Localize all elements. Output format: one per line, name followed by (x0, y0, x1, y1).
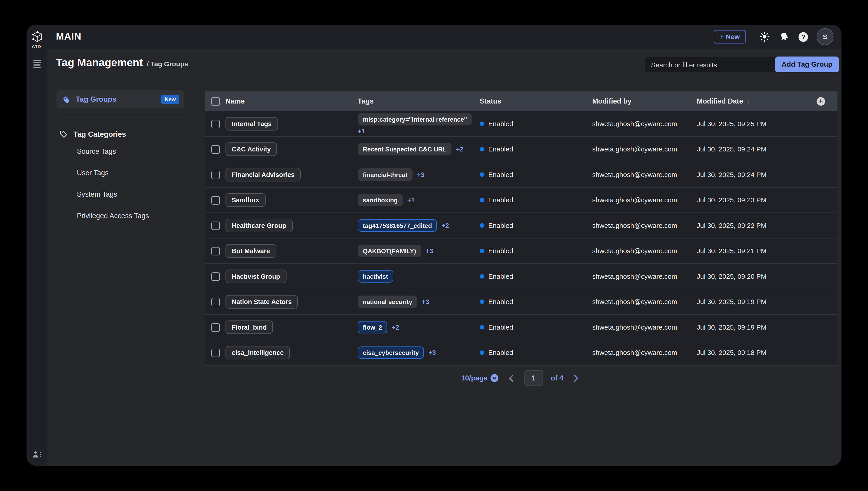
tag-chip[interactable]: national security (358, 296, 418, 308)
search-input[interactable] (650, 60, 775, 69)
breadcrumb: / Tag Groups (147, 60, 188, 68)
tag-extra-count[interactable]: +3 (426, 248, 433, 254)
add-column-icon[interactable]: + (817, 97, 825, 106)
status-label: Enabled (488, 247, 513, 255)
row-checkbox[interactable] (211, 247, 220, 255)
table-header: Name Tags Status Modified by Modified Da… (205, 91, 838, 111)
status-label: Enabled (488, 298, 513, 306)
ctix-logo-icon[interactable] (31, 30, 43, 43)
tag-extra-count[interactable]: +2 (392, 324, 399, 331)
sidebar-section-label: Tag Categories (73, 130, 126, 139)
tag-extra-count[interactable]: +3 (428, 349, 436, 356)
table-row[interactable]: Hactivist Group hactivist Enabled shweta… (205, 264, 838, 290)
tag-extra-count[interactable]: +3 (417, 171, 424, 178)
table-row[interactable]: Bot Malware QAKBOT(FAMILY) +3 Enabled sh… (205, 238, 838, 264)
sidebar-item-source-tags[interactable]: Source Tags (77, 141, 184, 162)
status-dot (480, 274, 484, 279)
tag-chip[interactable]: QAKBOT(FAMILY) (358, 245, 421, 257)
tag-chip[interactable]: financial-threat (358, 168, 413, 181)
row-checkbox[interactable] (211, 120, 220, 128)
modified-date: Jul 30, 2025, 09:24 PM (697, 171, 803, 179)
previous-page-icon[interactable] (506, 373, 516, 383)
table-row[interactable]: Financial Advisories financial-threat +3… (205, 162, 838, 188)
table-body: Internal Tags misp:category="Internal re… (205, 111, 838, 366)
sort-descending-icon[interactable]: ↓ (746, 97, 750, 105)
column-header-modified-date-label: Modified Date (697, 97, 743, 105)
per-page-select[interactable]: 10/page (461, 374, 498, 382)
modified-by: shweta.ghosh@cyware.com (592, 247, 697, 255)
status-label: Enabled (488, 323, 513, 331)
tag-extra-count[interactable]: +2 (456, 146, 463, 152)
modified-date: Jul 30, 2025, 09:23 PM (697, 196, 803, 204)
tag-chip[interactable]: hactivist (358, 270, 393, 283)
tag-chip[interactable]: sandboxing (358, 194, 403, 206)
row-checkbox[interactable] (211, 297, 220, 306)
modified-date: Jul 30, 2025, 09:20 PM (697, 272, 803, 280)
row-checkbox[interactable] (211, 323, 220, 331)
user-avatar[interactable]: S (817, 28, 834, 45)
row-checkbox[interactable] (211, 196, 220, 204)
status-label: Enabled (488, 120, 513, 128)
pagination: 10/page 1 of 4 (205, 370, 838, 386)
table-row[interactable]: Sandbox sandboxing +1 Enabled shweta.gho… (205, 187, 838, 213)
tag-chip[interactable]: misp:category="Internal reference" (358, 113, 472, 125)
row-checkbox[interactable] (211, 272, 220, 281)
column-header-modified-by[interactable]: Modified by (592, 97, 697, 105)
sidebar-item-privileged-access-tags[interactable]: Privileged Access Tags (77, 205, 184, 227)
next-page-icon[interactable] (571, 373, 581, 383)
modified-by: shweta.ghosh@cyware.com (592, 323, 697, 331)
page-of-label: of 4 (551, 374, 564, 382)
tag-chip[interactable]: cisa_cybersecurity (358, 347, 424, 359)
sidebar-section-tag-categories[interactable]: Tag Categories (59, 130, 184, 139)
sidebar: Tag Groups New Tag Categories (57, 90, 184, 227)
tag-outline-icon (59, 130, 68, 139)
theme-toggle-icon[interactable] (759, 31, 770, 42)
row-checkbox[interactable] (211, 348, 220, 357)
user-settings-icon[interactable] (27, 450, 48, 459)
column-header-status[interactable]: Status (480, 97, 593, 105)
column-header-modified-date[interactable]: Modified Date ↓ (697, 97, 803, 105)
notifications-bell-icon[interactable] (779, 31, 790, 42)
row-checkbox[interactable] (211, 221, 220, 230)
tag-extra-count[interactable]: +3 (422, 298, 429, 305)
status-dot (480, 198, 484, 202)
table-row[interactable]: Floral_bind flow_2 +2 Enabled shweta.gho… (205, 315, 838, 341)
tag-chip[interactable]: tag41753816577_edited (358, 219, 437, 232)
help-icon[interactable]: ? (799, 32, 808, 41)
product-name: CTIX (32, 45, 42, 49)
modified-by: shweta.ghosh@cyware.com (592, 272, 697, 280)
column-header-name[interactable]: Name (226, 97, 358, 105)
page-number-input[interactable]: 1 (524, 370, 543, 386)
search-box (645, 57, 789, 73)
modified-by: shweta.ghosh@cyware.com (592, 222, 697, 229)
tag-chip[interactable]: Recent Suspected C&C URL (358, 143, 452, 155)
left-rail: CTIX (27, 25, 48, 466)
tag-group-name-chip: C&C Activity (226, 142, 277, 156)
modified-date: Jul 30, 2025, 09:18 PM (697, 349, 803, 357)
status-dot (480, 122, 484, 126)
row-checkbox[interactable] (211, 170, 220, 179)
table-row[interactable]: Nation State Actors national security +3… (205, 289, 838, 315)
sidebar-item-tag-groups[interactable]: Tag Groups New (57, 90, 184, 108)
modified-date: Jul 30, 2025, 09:25 PM (697, 120, 803, 128)
table-row[interactable]: Healthcare Group tag41753816577_edited +… (205, 213, 838, 239)
add-tag-group-button[interactable]: Add Tag Group (775, 57, 839, 73)
select-all-checkbox[interactable] (211, 97, 220, 106)
table-row[interactable]: Internal Tags misp:category="Internal re… (205, 111, 838, 137)
menu-icon[interactable] (33, 60, 41, 68)
row-checkbox[interactable] (211, 145, 220, 153)
new-button[interactable]: + New (714, 30, 746, 44)
table-row[interactable]: C&C Activity Recent Suspected C&C URL +2… (205, 137, 838, 162)
table-row[interactable]: cisa_intelligence cisa_cybersecurity +3 … (205, 340, 838, 366)
tag-extra-count[interactable]: +1 (407, 197, 415, 203)
sidebar-item-system-tags[interactable]: System Tags (77, 184, 184, 205)
status-dot (480, 172, 484, 177)
workspace-title: MAIN (56, 31, 82, 42)
tag-extra-count[interactable]: +1 (358, 128, 365, 135)
sidebar-item-label: Tag Groups (76, 95, 116, 104)
tag-chip[interactable]: flow_2 (358, 321, 387, 334)
column-header-tags[interactable]: Tags (358, 97, 480, 105)
sidebar-item-user-tags[interactable]: User Tags (77, 162, 184, 184)
tag-extra-count[interactable]: +2 (442, 222, 449, 229)
top-bar: MAIN + New (48, 25, 842, 49)
